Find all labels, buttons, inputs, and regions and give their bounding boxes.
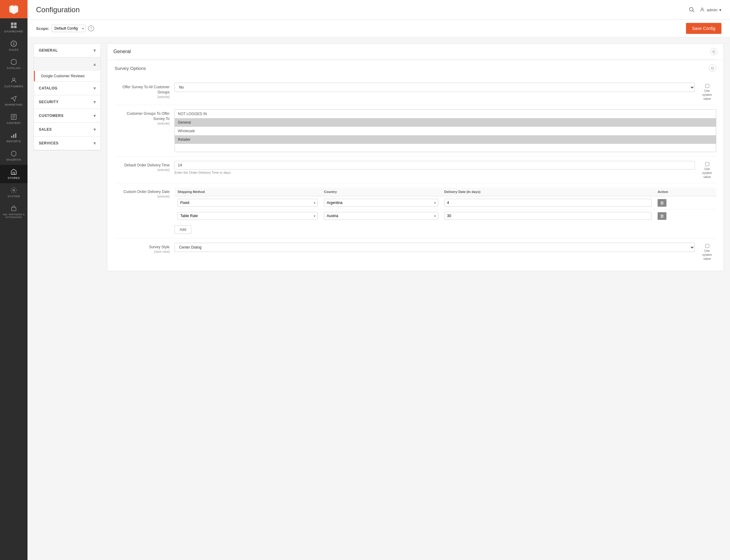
offer-survey-control: No Yes Use system value xyxy=(174,83,716,100)
section-collapse-button[interactable]: ⊙ xyxy=(710,48,717,55)
header-actions: admin ▾ xyxy=(688,6,721,13)
svg-point-10 xyxy=(13,78,15,80)
survey-style-select[interactable]: Center Dialog Badge Bottom Left Badge Bo… xyxy=(174,243,695,252)
page-title: Configuration xyxy=(36,5,80,14)
scope-bar: Scope: Default Config ? Save Config xyxy=(27,20,730,37)
sidebar-item-magefan[interactable]: MAGEFAN xyxy=(0,147,27,165)
table-row: Fixed Table Rate Free Shipping xyxy=(174,209,716,223)
add-row-button[interactable]: Add xyxy=(174,225,191,234)
scope-left: Scope: Default Config ? xyxy=(36,25,94,32)
search-icon[interactable] xyxy=(688,6,695,13)
sidebar-item-catalog[interactable]: CATALOG xyxy=(0,55,27,73)
left-header-customers[interactable]: CUSTOMERS ▾ xyxy=(34,109,100,122)
use-system-value-checkbox-offer-survey[interactable] xyxy=(705,84,709,88)
sidebar-item-partners[interactable]: IND. PARTNERS & EXTENSIONS xyxy=(0,202,27,222)
sidebar-item-system[interactable]: SYSTEM xyxy=(0,183,27,202)
header: Configuration admin ▾ xyxy=(27,0,730,20)
scope-select-wrap[interactable]: Default Config xyxy=(52,25,86,32)
svg-text:$: $ xyxy=(13,42,15,45)
content-area: GENERAL ▾ ▴ Google Customer Reviews CATA… xyxy=(27,37,730,560)
sidebar-item-stores[interactable]: STORES xyxy=(0,165,27,183)
use-system-value-checkbox-default-delivery[interactable] xyxy=(705,162,709,166)
main-area: Configuration admin ▾ Scope: Default Con… xyxy=(27,0,730,560)
subsection-collapse-button[interactable]: ⊙ xyxy=(709,64,716,72)
custom-delivery-table: Shipping Method Country Delivery Date (I… xyxy=(174,187,716,222)
svg-rect-7 xyxy=(14,26,16,28)
sidebar-item-reports[interactable]: REPORTS xyxy=(0,128,27,147)
use-system-value-offer-survey: Use system value xyxy=(698,83,716,100)
user-label: admin xyxy=(707,8,717,12)
left-header-services[interactable]: SERVICES ▾ xyxy=(34,136,100,150)
delete-row-button-2[interactable]: 🗑 xyxy=(658,212,666,220)
group-option-wholesale[interactable]: Wholesale xyxy=(175,127,716,135)
col-delivery-date: Delivery Date (In days) xyxy=(441,187,655,196)
subsection-survey-options: Survey Options ⊙ Offer Survey To All Cus… xyxy=(107,60,724,271)
help-icon[interactable]: ? xyxy=(88,25,94,31)
svg-rect-17 xyxy=(15,133,16,138)
scope-label: Scope: xyxy=(36,26,49,31)
left-header-general[interactable]: GENERAL ▾ xyxy=(34,44,100,57)
form-row-offer-survey: Offer Survey To All Customer Groups [web… xyxy=(115,78,716,105)
use-system-value-default-delivery: Use system value xyxy=(698,161,716,179)
svg-rect-4 xyxy=(11,23,13,25)
section-title-general: General xyxy=(113,49,131,54)
use-system-value-checkbox-survey-style[interactable] xyxy=(705,244,709,248)
default-delivery-label: Default Order Delivery Time [website] xyxy=(115,161,170,172)
user-menu[interactable]: admin ▾ xyxy=(699,7,721,13)
default-delivery-hint: Enter the Order Delivery Time in days. xyxy=(174,171,695,174)
user-dropdown-icon: ▾ xyxy=(719,8,721,12)
country-select-2[interactable]: Argentina Austria xyxy=(324,212,438,220)
delivery-days-input-2[interactable] xyxy=(444,212,652,220)
left-section-security: SECURITY ▾ xyxy=(34,95,100,109)
country-select-1[interactable]: Argentina Austria xyxy=(324,199,438,207)
left-section-sales: SALES ▾ xyxy=(34,123,100,136)
chevron-up-icon: ▴ xyxy=(93,62,96,67)
group-option-not-logged-in[interactable]: NOT LOGGED IN xyxy=(175,110,716,118)
offer-survey-select[interactable]: No Yes xyxy=(174,83,695,92)
custom-delivery-label: Custom Order Delivery Date [website] xyxy=(115,187,170,199)
group-option-general[interactable]: General xyxy=(175,118,716,127)
use-system-value-survey-style: Use system value xyxy=(698,243,716,260)
sidebar-item-sales[interactable]: $ SALES xyxy=(0,37,27,55)
left-header-catalog[interactable]: CATALOG ▾ xyxy=(34,82,100,95)
delete-row-button-1[interactable]: 🗑 xyxy=(658,199,666,207)
chevron-down-icon: ▾ xyxy=(93,127,96,132)
col-country: Country xyxy=(321,187,441,196)
magento-logo-icon xyxy=(8,4,19,15)
form-row-survey-style: Survey Style [store view] Center Dialog … xyxy=(115,238,716,265)
left-section-catalog: CATALOG ▾ xyxy=(34,82,100,95)
left-section-customers: CUSTOMERS ▾ xyxy=(34,109,100,123)
right-section-general: General ⊙ Survey Options ⊙ Offer Survey … xyxy=(107,43,724,271)
svg-rect-5 xyxy=(14,23,16,25)
chevron-down-icon: ▾ xyxy=(93,86,96,91)
group-option-retailer[interactable]: Retailer xyxy=(175,135,716,144)
survey-style-label: Survey Style [store view] xyxy=(115,243,170,254)
sidebar-item-marketing[interactable]: MARKETING xyxy=(0,92,27,110)
shipping-method-select-2[interactable]: Fixed Table Rate Free Shipping xyxy=(177,212,318,220)
svg-rect-18 xyxy=(13,172,15,174)
delivery-days-input-1[interactable] xyxy=(444,199,652,207)
form-row-customer-groups: Customer Groups To Offer Survey To [webs… xyxy=(115,105,716,157)
sidebar-item-dashboard[interactable]: DASHBOARD xyxy=(0,18,27,37)
col-action: Action xyxy=(655,187,716,196)
left-header-security[interactable]: SECURITY ▾ xyxy=(34,95,100,109)
sidebar-item-customers[interactable]: CUSTOMERS xyxy=(0,73,27,92)
svg-rect-6 xyxy=(11,26,13,28)
left-section-general-sub: ▴ Google Customer Reviews xyxy=(34,57,100,82)
chevron-down-icon: ▾ xyxy=(93,100,96,104)
chevron-down-icon: ▾ xyxy=(93,48,96,53)
scope-select[interactable]: Default Config xyxy=(52,25,86,32)
svg-rect-2 xyxy=(12,5,14,12)
left-header-sales[interactable]: SALES ▾ xyxy=(34,123,100,136)
save-config-button[interactable]: Save Config xyxy=(686,23,721,34)
subsection-title-survey: Survey Options xyxy=(115,66,146,71)
sidebar-item-google-customer-reviews[interactable]: Google Customer Reviews xyxy=(34,71,100,81)
svg-line-22 xyxy=(692,10,694,12)
col-shipping-method: Shipping Method xyxy=(174,187,321,196)
default-delivery-input[interactable] xyxy=(174,161,695,169)
left-header-general-sub[interactable]: ▴ xyxy=(34,57,100,71)
sidebar-item-content[interactable]: CONTENT xyxy=(0,110,27,128)
customer-groups-select[interactable]: NOT LOGGED IN General Wholesale Retailer xyxy=(174,109,716,152)
shipping-method-select-1[interactable]: Fixed Table Rate Free Shipping xyxy=(177,199,318,207)
svg-point-19 xyxy=(13,189,15,191)
